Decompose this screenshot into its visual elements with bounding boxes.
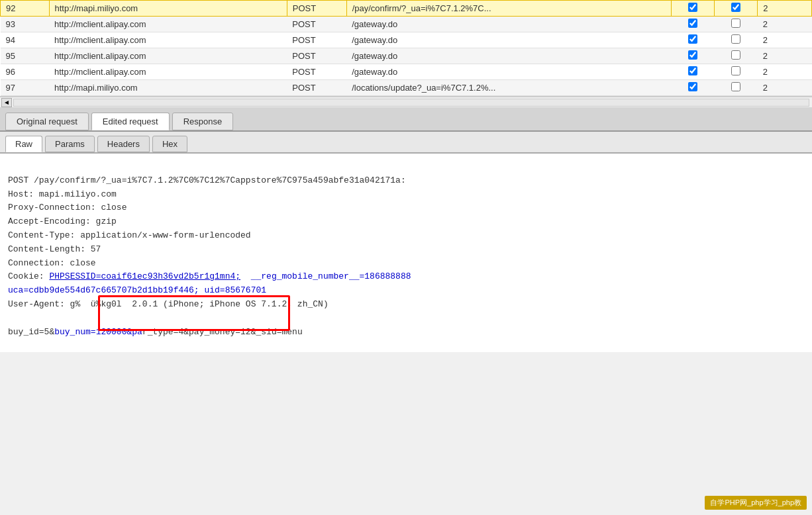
scroll-left-arrow[interactable]: ◄ [1,98,12,107]
tab-response[interactable]: Response [172,113,234,130]
row-host: http://mapi.miliyo.com [49,1,287,17]
requests-list: 92 http://mapi.miliyo.com POST /pay/conf… [0,0,812,96]
table-row: 97 http://mapi.miliyo.com POST /location… [1,80,812,96]
row-cb1[interactable] [671,80,714,96]
row-path: /gateway.do [346,64,671,80]
row-method: POST [287,48,346,64]
post-line: POST /pay/confirm/?_ua=i%7C7.1.2%7C0%7C1… [8,175,406,185]
row-cb2[interactable] [714,64,757,80]
content-length-line: Content-Length: 57 [8,244,101,254]
body-line: buy_id=5&buy_num=120000&par_type=4&pay_m… [8,327,303,337]
table-row: 94 http://mclient.alipay.com POST /gatew… [1,32,812,48]
row-path: /locations/update?_ua=i%7C7.1.2%... [346,80,671,96]
outer-tab-bar: Original request Edited request Response [0,107,812,132]
row-path: /gateway.do [346,17,671,32]
reg-mobile-value: __reg_mobile_number__=186888888 [251,271,411,281]
table-row: 96 http://mclient.alipay.com POST /gatew… [1,64,812,80]
table-row: 92 http://mapi.miliyo.com POST /pay/conf… [1,1,812,17]
row-method: POST [287,64,346,80]
user-agent-line: User-Agent: g% ü%kg0l 2.0.1 (iPhone; iPh… [8,299,329,309]
row-path: /gateway.do [346,48,671,64]
cookie-label: Cookie: PHPSESSID=coaif61ec93h36vd2b5r1g… [8,271,411,281]
row-cb1[interactable] [671,48,714,64]
row-cb1[interactable] [671,17,714,32]
inner-tab-bar: Raw Params Headers Hex [0,132,812,154]
request-content: POST /pay/confirm/?_ua=i%7C7.1.2%7C0%7C1… [0,154,812,352]
row-extra: 2 [758,64,812,80]
row-cb1[interactable] [671,64,714,80]
row-host: http://mclient.alipay.com [49,64,287,80]
scrollbar-track[interactable] [13,99,809,107]
row-cb2[interactable] [714,17,757,32]
row-extra: 2 [758,48,812,64]
tab-params[interactable]: Params [45,136,95,152]
row-host: http://mclient.alipay.com [49,32,287,48]
row-num: 92 [1,1,50,17]
row-host: http://mclient.alipay.com [49,17,287,32]
tab-edited-request[interactable]: Edited request [91,113,170,130]
horizontal-scrollbar[interactable]: ◄ [0,97,812,107]
tab-original-request[interactable]: Original request [5,113,89,130]
content-line1: POST /pay/confirm/?_ua=i%7C7.1.2%7C0%7C1… [8,160,804,339]
empty-line [8,313,13,323]
tab-headers[interactable]: Headers [97,136,150,152]
proxy-line: Proxy-Connection: close [8,203,127,212]
row-cb2[interactable] [714,32,757,48]
request-table: 92 http://mapi.miliyo.com POST /pay/conf… [0,0,812,97]
row-num: 94 [1,32,50,48]
row-host: http://mclient.alipay.com [49,48,287,64]
body-blue: buy_num=120000&pa [54,327,142,337]
row-path: /pay/confirm/?_ua=i%7C7.1.2%7C... [346,1,671,17]
row-extra: 2 [758,80,812,96]
row-extra: 2 [758,1,812,17]
row-cb2[interactable] [714,1,757,17]
row-cb1[interactable] [671,32,714,48]
table-row: 93 http://mclient.alipay.com POST /gatew… [1,17,812,32]
table-row: 95 http://mclient.alipay.com POST /gatew… [1,48,812,64]
phpsessid-value: PHPSESSID=coaif61ec93h36vd2b5r1g1mn4; [49,271,240,281]
row-path: /gateway.do [346,32,671,48]
row-num: 95 [1,48,50,64]
cookie-line2: uca=cdbb9de554d67c665707b2d1bb19f446; ui… [8,285,266,295]
row-method: POST [287,32,346,48]
row-method: POST [287,17,346,32]
row-num: 93 [1,17,50,32]
watermark: 自学PHP网_php学习_php教 [705,496,807,510]
row-method: POST [287,80,346,96]
tab-raw[interactable]: Raw [5,136,42,152]
row-host: http://mapi.miliyo.com [49,80,287,96]
tab-hex[interactable]: Hex [152,136,187,152]
row-num: 97 [1,80,50,96]
row-extra: 2 [758,17,812,32]
host-line: Host: mapi.miliyo.com [8,189,117,199]
uca-value: uca=cdbb9de554d67c665707b2d1bb19f446; ui… [8,285,266,295]
row-cb2[interactable] [714,80,757,96]
content-type-line: Content-Type: application/x-www-form-url… [8,230,251,240]
accept-line: Accept-Encoding: gzip [8,216,117,226]
row-num: 96 [1,64,50,80]
row-cb1[interactable] [671,1,714,17]
connection-line: Connection: close [8,258,96,268]
row-extra: 2 [758,32,812,48]
row-cb2[interactable] [714,48,757,64]
row-method: POST [287,1,346,17]
